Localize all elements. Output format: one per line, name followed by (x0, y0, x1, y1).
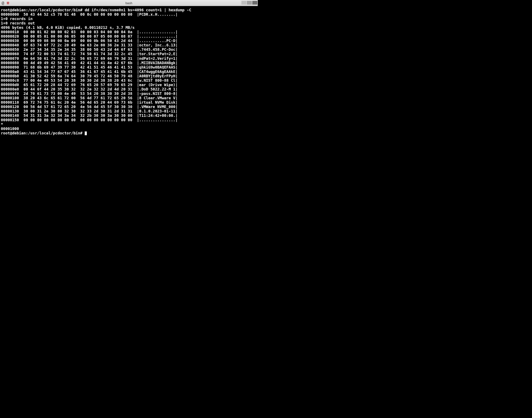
hex-line: 00000100 38 20 43 6c 65 61 72 00 56 4d 7… (1, 96, 178, 100)
hex-line: 00000140 54 31 31 3a 32 34 3a 34 32 2b 3… (1, 113, 178, 118)
hex-line: 00000070 6e 64 50 61 74 3d 32 2c 56 65 7… (1, 56, 178, 61)
cursor (85, 131, 87, 135)
hex-line: 000000a0 43 41 54 34 77 67 67 45 36 41 6… (1, 70, 178, 74)
hex-line: 00000130 30 00 31 2e 30 00 32 30 32 33 2… (1, 109, 178, 113)
hex-line: 000000d0 65 61 72 20 28 44 72 69 76 65 2… (1, 82, 178, 87)
command-text: dd if=/dev/nvme0n1 bs=4096 count=1 | hex… (85, 8, 191, 12)
hex-line: 00000000 50 43 44 52 c5 78 01 48 00 0c 0… (1, 12, 178, 16)
close-button[interactable] (252, 1, 257, 5)
hex-line: 000000c0 77 00 4e 49 53 54 20 38 30 30 2… (1, 78, 178, 82)
prompt: root@debian:/usr/local/pcdoctor/bin# (1, 8, 83, 12)
hex-line: 00000030 00 00 09 08 00 00 0a 09 00 00 0… (1, 38, 178, 43)
prompt: root@debian:/usr/local/pcdoctor/bin# (1, 131, 83, 135)
window-controls (242, 1, 257, 5)
hex-line: 00000110 69 72 74 75 61 6c 20 4e 56 4d 6… (1, 100, 178, 104)
dd-status-line: 1+0 records out (1, 21, 35, 25)
hex-tail: 00001000 (1, 127, 19, 131)
hex-line: 000000f0 2d 70 61 73 73 00 4e 49 53 54 2… (1, 91, 178, 96)
dd-status-line: 1+0 records in (1, 16, 33, 21)
hex-line: 00000050 2e 37 34 34 35 2e 34 35 38 00 5… (1, 47, 178, 52)
hex-line: 000000e0 00 44 6f 44 20 35 30 32 32 2e 3… (1, 87, 178, 91)
hex-line: 00000150 00 00 00 00 00 00 00 00 00 00 0… (1, 118, 178, 122)
hex-line: 00000060 74 6f 72 00 53 74 61 72 74 50 6… (1, 52, 178, 56)
dd-status-line: 4096 bytes (4.1 kB, 4.0 KiB) copied, 0.0… (1, 25, 134, 30)
hex-line: 00000090 71 68 6b 69 47 39 77 30 42 41 5… (1, 65, 178, 70)
window-title: bash (0, 1, 258, 5)
hex-line: 00000040 6f 63 74 6f 72 2c 20 49 6e 63 2… (1, 43, 178, 47)
window-titlebar: @ X bash (0, 0, 258, 6)
hex-line: 00000120 00 56 4d 57 61 72 65 20 4e 56 4… (1, 104, 178, 109)
hex-line: 00000080 00 4d 49 49 42 56 41 49 42 41 4… (1, 61, 178, 65)
maximize-button[interactable] (247, 1, 252, 5)
hex-line: 00000020 00 00 05 01 00 00 06 05 00 00 0… (1, 34, 178, 38)
hex-tail: * (1, 122, 3, 127)
terminal-area[interactable]: root@debian:/usr/local/pcdoctor/bin# dd … (0, 6, 258, 136)
hex-line: 000000b0 41 30 52 42 59 6a 74 64 30 79 4… (1, 74, 178, 78)
hex-line: 00000010 00 00 01 02 00 00 02 03 00 00 0… (1, 30, 178, 34)
minimize-button[interactable] (242, 1, 246, 5)
